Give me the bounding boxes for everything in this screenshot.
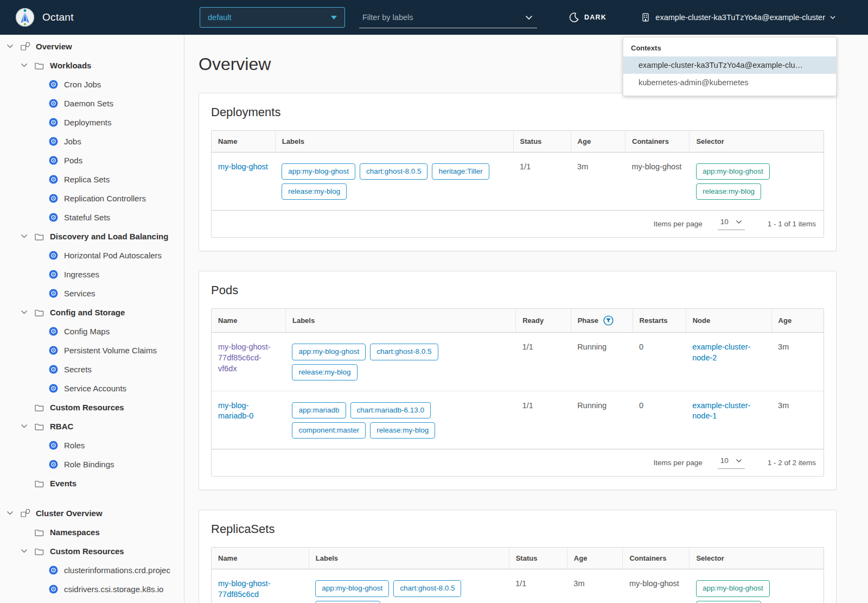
sidebar-item-roles[interactable]: Roles [0, 436, 184, 455]
sidebar-item-custom-resources[interactable]: Custom Resources [0, 542, 184, 561]
column-header-age: Age [771, 309, 824, 333]
namespace-select[interactable]: default [200, 7, 345, 28]
resource-link[interactable]: my-blog-ghost [218, 162, 268, 171]
sidebar-item-discovery-and-load-balancing[interactable]: Discovery and Load Balancing [0, 227, 184, 246]
cell-containers: my-blog-ghost [626, 153, 690, 211]
cell-selector: app:my-blog-ghostrelease:my-blog [690, 153, 824, 211]
context-option-example-cluster-ka3tutzyo4a-example-clu[interactable]: example-cluster-ka3TuTzYo4a@example-clu… [623, 56, 836, 74]
sidebar-item-workloads[interactable]: Workloads [0, 56, 184, 75]
sidebar-item-stateful-sets[interactable]: Stateful Sets [0, 208, 184, 227]
icon-slot [49, 384, 64, 393]
sidebar-item-daemon-sets[interactable]: Daemon Sets [0, 94, 184, 113]
sidebar-item-events[interactable]: Events [0, 474, 184, 493]
icon-slot [35, 62, 50, 69]
sidebar-item-label: clusterinformations.crd.projec [64, 566, 170, 575]
chevron-down-icon[interactable] [21, 549, 28, 554]
label-badge: release:my-blog [282, 183, 347, 200]
cell-labels: app:mariadbchart:mariadb-6.13.0component… [285, 391, 515, 449]
sidebar-item-config-and-storage[interactable]: Config and Storage [0, 303, 184, 322]
icon-slot [35, 233, 50, 240]
filter-by-labels-input[interactable] [359, 13, 525, 22]
folder-icon [35, 548, 44, 555]
sidebar-item-label: Deployments [64, 118, 112, 127]
sidebar-item-replication-controllers[interactable]: Replication Controllers [0, 189, 184, 208]
data-table: NameLabelsStatusAgeContainersSelectormy-… [212, 131, 824, 210]
sidebar-item-namespaces[interactable]: Namespaces [0, 523, 184, 542]
icon-slot [49, 175, 64, 184]
chevron-down-icon[interactable] [525, 15, 533, 20]
chevron-down-icon[interactable] [7, 511, 14, 516]
sidebar-item-custom-resources[interactable]: Custom Resources [0, 398, 184, 417]
cell-labels: app:my-blog-ghostchart:ghost-8.0.5releas… [285, 333, 515, 391]
sidebar-item-pods[interactable]: Pods [0, 151, 184, 170]
column-header-age: Age [567, 548, 623, 569]
folder-icon [35, 309, 44, 316]
chevron-down-icon[interactable] [21, 63, 28, 68]
resource-link[interactable]: my-blog-ghost-77df85c6cd [218, 579, 271, 599]
pagination-range: 1 - 2 of 2 items [768, 459, 816, 467]
contexts-menu-list: example-cluster-ka3TuTzYo4a@example-clu…… [623, 56, 836, 91]
column-header-label: Ready [522, 316, 544, 325]
sidebar-item-label: RBAC [50, 422, 73, 431]
sidebar-item-cluster-overview[interactable]: Cluster Overview [0, 504, 184, 523]
sidebar-item-rbac[interactable]: RBAC [0, 417, 184, 436]
sidebar-item-config-maps[interactable]: Config Maps [0, 322, 184, 341]
icon-slot [35, 480, 50, 487]
icon-slot [49, 365, 64, 374]
persistent-volume-claims-icon [49, 346, 58, 355]
cell-name: my-blog-ghost-77df85c6cd-vf6dx [212, 333, 285, 391]
data-table: NameLabelsStatusAgeContainersSelectormy-… [212, 548, 824, 603]
pods-card-title: Pods [211, 283, 824, 297]
resource-link[interactable]: example-cluster-node-1 [692, 401, 750, 421]
column-header-phase: Phase [571, 309, 633, 333]
resource-link[interactable]: example-cluster-node-2 [692, 342, 750, 362]
sidebar-item-overview[interactable]: Overview [0, 37, 184, 56]
chevron-down-icon[interactable] [21, 424, 28, 429]
column-header-label: Name [218, 137, 237, 145]
sidebar-item-persistent-volume-claims[interactable]: Persistent Volume Claims [0, 341, 184, 360]
sidebar-item-role-bindings[interactable]: Role Bindings [0, 455, 184, 474]
page-size-select[interactable]: 10 [718, 456, 745, 469]
dark-theme-toggle[interactable]: DARK [569, 0, 607, 35]
sidebar-item-clusterinformations-crd-projec[interactable]: clusterinformations.crd.projec [0, 561, 184, 580]
icon-slot [49, 327, 64, 336]
label-badge: chart:ghost-8.0.5 [370, 344, 438, 360]
horizontal-pod-autoscalers-icon [49, 251, 58, 260]
sidebar-item-label: Events [50, 479, 76, 488]
context-selector[interactable]: example-cluster-ka3TuTzYo4a@example-clus… [641, 0, 835, 35]
sidebar-item-cron-jobs[interactable]: Cron Jobs [0, 75, 184, 94]
octant-logo [15, 8, 35, 27]
sidebar-item-label: Workloads [50, 61, 91, 70]
page-size-select[interactable]: 10 [718, 218, 745, 230]
cell-ready: 1/1 [516, 333, 571, 391]
sidebar-item-csidrivers-csi-storage-k8s-io[interactable]: csidrivers.csi.storage.k8s.io [0, 580, 184, 599]
sidebar-item-jobs[interactable]: Jobs [0, 132, 184, 151]
context-option-kubernetes-admin-kubernetes[interactable]: kubernetes-admin@kubernetes [623, 74, 836, 91]
datagrid-footer: Items per page101 - 2 of 2 items [212, 449, 824, 476]
sidebar-item-label: Secrets [64, 365, 92, 374]
sidebar-item-ingresses[interactable]: Ingresses [0, 265, 184, 284]
icon-slot [49, 80, 64, 89]
folder-icon [35, 233, 44, 240]
chevron-down-icon[interactable] [21, 310, 28, 315]
sidebar-item-label: Custom Resources [50, 547, 124, 556]
chevron-down-icon[interactable] [21, 234, 28, 239]
sidebar-item-secrets[interactable]: Secrets [0, 360, 184, 379]
chevron-down-icon[interactable] [7, 44, 14, 49]
items-per-page-label: Items per page [654, 459, 703, 467]
sidebar-item-replica-sets[interactable]: Replica Sets [0, 170, 184, 189]
sidebar-item-label: Cluster Overview [36, 509, 103, 518]
sidebar-item-horizontal-pod-autoscalers[interactable]: Horizontal Pod Autoscalers [0, 246, 184, 265]
folder-icon [35, 62, 44, 69]
icon-slot [35, 404, 50, 411]
resource-link[interactable]: my-blog-ghost-77df85c6cd-vf6dx [218, 342, 271, 372]
sidebar-item-services[interactable]: Services [0, 284, 184, 303]
column-header-name: Name [212, 131, 275, 153]
contexts-menu-title: Contexts [623, 37, 836, 56]
replicasets-card: ReplicaSetsNameLabelsStatusAgeContainers… [199, 510, 837, 603]
sidebar-item-deployments[interactable]: Deployments [0, 113, 184, 132]
column-filter-icon[interactable] [603, 315, 614, 326]
sidebar-item-service-accounts[interactable]: Service Accounts [0, 379, 184, 398]
column-header-age: Age [571, 131, 625, 153]
resource-link[interactable]: my-blog-mariadb-0 [218, 401, 253, 421]
